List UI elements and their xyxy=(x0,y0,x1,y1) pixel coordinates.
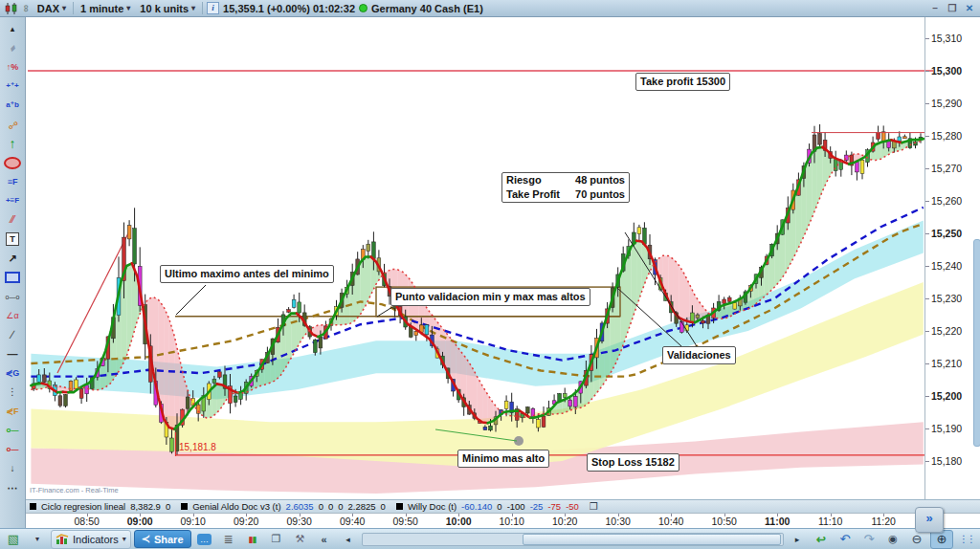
horizontal-scrollbar[interactable] xyxy=(362,533,784,546)
line-tool-icon[interactable]: ∕ xyxy=(1,327,24,342)
scroll-left-button[interactable]: ◂ xyxy=(338,531,359,548)
vertical-segment-icon[interactable]: ⋮ xyxy=(1,384,24,400)
more-options-button[interactable]: ⋮⋮ xyxy=(956,531,977,548)
y-tick-label: 15,300 xyxy=(931,65,962,77)
wrench-icon: ⚒ xyxy=(296,533,305,545)
text-tool-icon[interactable]: T xyxy=(1,231,24,247)
redo-button[interactable]: ↷ xyxy=(858,531,880,548)
indicator-legend-bar: Ciclo regresion lineal8,382.90Genial Ald… xyxy=(26,499,980,513)
legend-value: Willy Doc (t) xyxy=(408,501,457,512)
risk-reward-box[interactable]: Riesgo48 puntosTake Profit70 puntos xyxy=(501,172,630,203)
y-tick-mark xyxy=(925,266,929,267)
restore-button[interactable]: ❐ xyxy=(946,3,959,13)
x-tick-label: 10:10 xyxy=(500,516,524,527)
fib-retracement-icon[interactable]: ≡F xyxy=(1,174,24,189)
vertical-scrollbar[interactable] xyxy=(973,239,980,447)
ruler-icon[interactable]: ▰ xyxy=(1,40,24,55)
parallel-lines-icon[interactable]: ⁄⁄ xyxy=(1,212,24,228)
zoom-out-button[interactable]: ⊖ xyxy=(906,531,927,548)
y-tick-mark xyxy=(925,103,929,104)
info-icon[interactable]: i xyxy=(207,2,219,14)
collapse-toolbar-icon[interactable]: ▴ xyxy=(1,21,24,36)
legend-value: -25 xyxy=(530,501,544,512)
gann-fan-icon[interactable]: ⋞G xyxy=(1,365,24,381)
minimize-button[interactable]: – xyxy=(928,3,942,13)
legend-value: -75 xyxy=(547,501,561,512)
jump-to-latest-button[interactable]: » xyxy=(915,507,944,533)
chevron-down-icon: ▾ xyxy=(191,4,195,12)
y-tick-label: 15,220 xyxy=(931,325,962,337)
ultimo-maximo-label[interactable]: Ultimo maximo antes del minimo xyxy=(160,265,334,283)
chat-button[interactable]: … xyxy=(194,531,215,548)
low-price-marker[interactable]: 15,181.8 xyxy=(179,439,216,455)
chevron-down-icon: ▾ xyxy=(62,4,66,12)
willy-doc-legend[interactable]: Willy Doc (t)-60.1400-100-25-75-50 xyxy=(396,501,580,512)
units-dropdown[interactable]: 10 k units ▾ xyxy=(137,1,198,16)
share-button[interactable]: ≺ Share xyxy=(134,530,191,548)
link-points-icon[interactable]: o-o xyxy=(1,117,24,132)
x-tick-label: 09:10 xyxy=(181,516,206,527)
legend-value: -50 xyxy=(566,501,579,512)
collapse-toolbar-button[interactable]: « xyxy=(314,531,335,548)
strategy-button[interactable]: ▮▮ xyxy=(242,531,263,548)
more-tools-icon[interactable]: ⋯ xyxy=(1,480,24,495)
x-tick-label: 11:10 xyxy=(818,516,843,527)
new-chart-caret[interactable]: ▾ xyxy=(27,531,48,548)
ciclo-regresion-legend[interactable]: Ciclo regresion lineal8,382.90 xyxy=(30,501,171,512)
y-tick-mark xyxy=(925,461,929,462)
minimo-mas-alto-label[interactable]: Minimo mas alto xyxy=(457,450,549,468)
segment-tool-icon[interactable]: o—o xyxy=(1,289,24,304)
new-chart-button[interactable]: ▧ xyxy=(3,531,24,548)
legend-value: 0 xyxy=(166,501,170,512)
fib-projection-icon[interactable]: +≡F xyxy=(1,193,24,209)
fib-fan-icon[interactable]: ⋞F xyxy=(1,404,24,419)
y-tick-label: 15,250 xyxy=(931,228,962,239)
red-level-icon[interactable]: o— xyxy=(1,442,24,457)
scroll-right-button[interactable]: ▸ xyxy=(787,531,808,548)
separator xyxy=(202,2,203,14)
arrow-tool-icon[interactable]: ↗ xyxy=(1,251,24,266)
news-icon: ≣ xyxy=(223,533,233,546)
ab-points-icon[interactable]: a⁺b xyxy=(1,98,24,113)
collapse-icon: « xyxy=(321,534,326,545)
x-tick-label: 10:40 xyxy=(658,516,683,527)
percent-change-icon[interactable]: ↑% xyxy=(1,59,24,75)
zoom-selection-button[interactable]: ◉ xyxy=(882,531,903,548)
symbol-dropdown[interactable]: DAX ▾ xyxy=(34,1,69,16)
horizontal-line-icon[interactable]: — xyxy=(1,346,24,362)
y-tick-label: 15,200 xyxy=(931,390,962,402)
multi-point-icon[interactable]: +⁺+ xyxy=(1,78,24,94)
x-tick-label: 09:00 xyxy=(127,516,153,527)
y-tick-mark xyxy=(925,233,929,234)
y-tick-label: 15,280 xyxy=(931,130,962,142)
close-button[interactable]: ✕ xyxy=(963,3,976,13)
y-tick-label: 15,310 xyxy=(931,33,962,44)
detach-window-button[interactable]: ❐ xyxy=(266,531,287,548)
take-profit-label[interactable]: Take profit 15300 xyxy=(635,73,730,91)
price-axis[interactable]: 15,31015,30015,29015,28015,27015,26015,2… xyxy=(924,17,980,513)
green-level-icon[interactable]: o— xyxy=(1,423,24,438)
ellipse-tool-icon[interactable] xyxy=(1,155,24,170)
timeframe-dropdown[interactable]: 1 minute ▾ xyxy=(78,1,133,16)
scrollbar-thumb[interactable] xyxy=(523,534,781,545)
legend-value: 0 xyxy=(497,501,501,512)
y-tick-mark xyxy=(925,136,929,137)
up-arrow-icon[interactable]: ↑ xyxy=(1,136,24,151)
settings-button[interactable]: ⚒ xyxy=(290,531,311,548)
angle-tool-icon[interactable]: ∠α xyxy=(1,308,24,323)
go-to-date-button[interactable]: ↩ xyxy=(811,531,832,548)
punto-validacion-label[interactable]: Punto validacion min y max mas altos xyxy=(390,288,590,306)
stop-loss-label[interactable]: Stop Loss 15182 xyxy=(587,453,679,472)
legend-expand-icon[interactable]: ❐ xyxy=(590,501,598,512)
link-chart-icon[interactable]: ∞ xyxy=(21,5,33,12)
news-button[interactable]: ≣ xyxy=(218,531,239,548)
indicators-button[interactable]: Indicators ▾ xyxy=(51,530,131,549)
rectangle-tool-icon[interactable] xyxy=(1,270,24,285)
undo-button[interactable]: ↶ xyxy=(835,531,856,548)
genial-aldo-legend[interactable]: Genial Aldo Doc v3 (t)2.60350002.28250 xyxy=(181,501,387,512)
legend-value: 2.2825 xyxy=(348,501,376,512)
time-axis[interactable]: 08:5009:0009:1009:2009:3009:4009:5010:00… xyxy=(26,513,980,529)
vertical-line-icon[interactable]: ↓ xyxy=(1,461,24,476)
candlestick-chart-icon[interactable] xyxy=(4,2,19,15)
validaciones-label[interactable]: Validaciones xyxy=(662,346,736,364)
